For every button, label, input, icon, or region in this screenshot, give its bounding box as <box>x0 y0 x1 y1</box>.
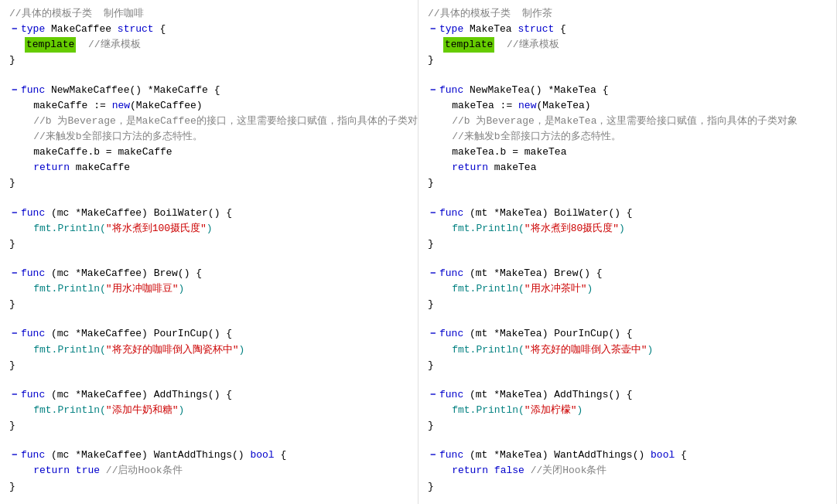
right-comment-top: //具体的模板子类 制作茶 <box>428 6 827 22</box>
left-type-collapse[interactable]: － <box>9 22 19 37</box>
right-block-pourincup: － func (mt *MakeTea) PourInCup() { fmt.P… <box>428 326 827 373</box>
left-comment-top: //具体的模板子类 制作咖啡 <box>9 6 408 22</box>
right-pane: //具体的模板子类 制作茶 － type MakeTea struct { te… <box>418 0 837 504</box>
right-block-boilwater: － func (mt *MakeTea) BoilWater() { fmt.P… <box>428 206 827 252</box>
left-block-pourincup: － func (mc *MakeCaffee) PourInCup() { fm… <box>9 326 408 373</box>
right-block-addthings: － func (mt *MakeTea) AddThings() { fmt.P… <box>428 387 827 434</box>
left-struct-close: } <box>9 53 408 68</box>
left-b0-collapse[interactable]: － <box>9 83 19 98</box>
right-type-block: － type MakeTea struct { template //继承模板 … <box>428 22 827 68</box>
left-block-wantaddthings: － func (mc *MakeCaffee) WantAddThings() … <box>9 448 408 494</box>
right-template-keyword: template <box>443 37 494 53</box>
right-b0-collapse[interactable]: － <box>428 83 438 98</box>
right-addthings-collapse[interactable]: － <box>428 387 438 403</box>
right-struct-close: } <box>428 53 827 68</box>
left-boilwater-collapse[interactable]: － <box>9 206 19 221</box>
right-block-wantaddthings: － func (mt *MakeTea) WantAddThings() boo… <box>428 448 827 494</box>
left-block-boilwater: － func (mc *MakeCaffee) BoilWater() { fm… <box>9 206 408 252</box>
left-block-addthings: － func (mc *MakeCaffee) AddThings() { fm… <box>9 387 408 434</box>
left-block-0: － func NewMakeCaffee() *MakeCaffe { make… <box>9 83 408 192</box>
right-pourincup-collapse[interactable]: － <box>428 326 438 342</box>
left-block-brew: － func (mc *MakeCaffee) Brew() { fmt.Pri… <box>9 266 408 312</box>
left-type-block: － type MakeCaffee struct { template //继承… <box>9 22 408 68</box>
right-type-line: － type MakeTea struct { <box>428 22 827 37</box>
right-block-0: － func NewMakeTea() *MakeTea { makeTea :… <box>428 83 827 192</box>
left-type-line: － type MakeCaffee struct { <box>9 22 408 37</box>
left-brew-collapse[interactable]: － <box>9 266 19 281</box>
right-wantaddthings-collapse[interactable]: － <box>428 448 438 463</box>
left-template-keyword: template <box>25 37 76 53</box>
left-addthings-collapse[interactable]: － <box>9 387 19 403</box>
left-wantaddthings-collapse[interactable]: － <box>9 448 19 463</box>
left-template-line: template //继承模板 <box>9 37 408 53</box>
right-boilwater-collapse[interactable]: － <box>428 206 438 221</box>
right-brew-collapse[interactable]: － <box>428 266 438 281</box>
left-pourincup-collapse[interactable]: － <box>9 326 19 342</box>
left-pane: //具体的模板子类 制作咖啡 － type MakeCaffee struct … <box>0 0 418 504</box>
right-block-brew: － func (mt *MakeTea) Brew() { fmt.Printl… <box>428 266 827 312</box>
right-template-line: template //继承模板 <box>428 37 827 53</box>
right-type-collapse[interactable]: － <box>428 22 438 37</box>
